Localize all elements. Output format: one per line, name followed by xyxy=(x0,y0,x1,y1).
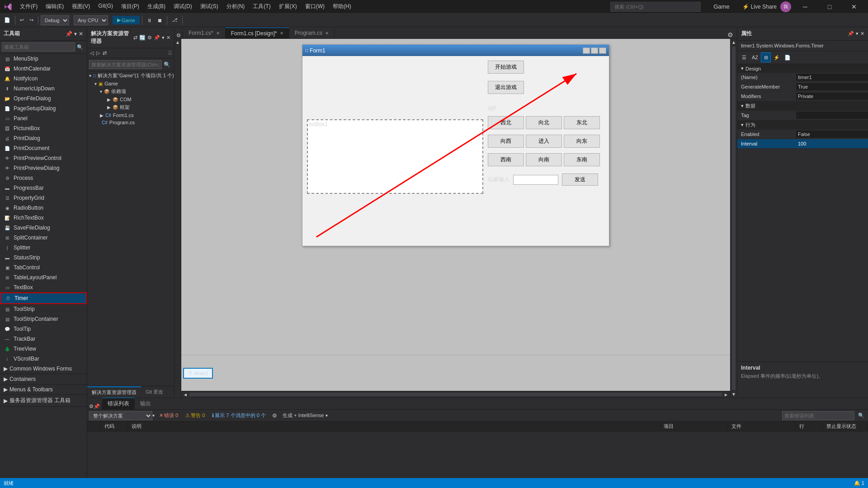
category-containers[interactable]: ▶ Containers xyxy=(0,374,87,385)
run-btn[interactable]: ▶ timer1 Game xyxy=(113,16,140,24)
com-item[interactable]: ▶ 📦 COM xyxy=(87,96,174,103)
error-badge[interactable]: ✕ 错误 0 xyxy=(156,411,181,420)
form1cs-tab-close[interactable]: ✕ xyxy=(216,31,220,36)
cpu-dropdown[interactable]: Any CPU xyxy=(74,15,108,25)
solution-search-input[interactable] xyxy=(89,60,162,69)
toolbox-item-menustrip[interactable]: ▤ MenuStrip xyxy=(0,54,87,64)
dropdown-arrow-icon[interactable]: ▾ xyxy=(152,413,155,418)
solution-pin-icon[interactable]: 📌 xyxy=(154,35,160,41)
southeast-btn[interactable]: 东南 xyxy=(564,153,600,166)
tab-form1cs[interactable]: Form1.cs* ✕ xyxy=(183,28,226,38)
tab-settings-icon[interactable]: ⚙ xyxy=(724,31,737,38)
bottom-settings-icon[interactable]: ⚙ xyxy=(89,404,94,409)
props-dropdown-icon[interactable]: ▾ xyxy=(856,31,859,37)
menu-file[interactable]: 文件(F) xyxy=(16,1,41,12)
menu-extensions[interactable]: 扩展(X) xyxy=(275,1,301,12)
form-maximize-btn[interactable]: □ xyxy=(591,47,598,54)
prop-categorized-btn[interactable]: ☰ xyxy=(739,52,749,62)
props-pin-icon[interactable]: 📌 xyxy=(848,31,854,37)
bottom-tab-output[interactable]: 输出 xyxy=(135,398,156,409)
programcs-item[interactable]: C# Program.cs xyxy=(87,119,174,126)
toolbox-item-monthcalendar[interactable]: 📅 MonthCalendar xyxy=(0,64,87,74)
designer-scroll-bottom[interactable]: ▼ xyxy=(731,391,737,398)
west-btn[interactable]: 向西 xyxy=(488,135,524,148)
designer-scroll-top[interactable]: ▲ xyxy=(731,39,737,46)
sol-toolbar-fwd[interactable]: ▷ xyxy=(95,49,101,57)
title-search-input[interactable] xyxy=(610,2,701,12)
toolbox-item-panel[interactable]: ▭ Panel xyxy=(0,113,87,123)
prop-proppage-btn[interactable]: 📄 xyxy=(783,52,793,62)
toolbox-search-icon[interactable]: 🔍 xyxy=(75,44,85,50)
stop-btn[interactable]: ⏹ xyxy=(155,16,165,24)
northwest-btn[interactable]: 西北 xyxy=(488,116,524,129)
category-menus-toolbars[interactable]: ▶ Menus & Toolbars xyxy=(0,385,87,395)
form-listbox[interactable]: listBox1 xyxy=(307,119,483,194)
solution-sync-icon[interactable]: ⇄ xyxy=(133,35,137,41)
minimize-button[interactable]: ─ xyxy=(795,0,816,14)
filter-dropdown[interactable]: 整个解决方案 xyxy=(89,411,152,420)
dependencies-item[interactable]: ▾ 📦 依赖项 xyxy=(87,87,174,96)
undo-btn[interactable]: ↩ xyxy=(18,16,26,24)
toolbox-item-timer[interactable]: ⏱ Timer xyxy=(0,292,87,304)
east-btn[interactable]: 向东 xyxy=(564,135,600,148)
prop-enabled-value[interactable]: False xyxy=(796,131,868,138)
properties-object-selector[interactable]: timer1 System.Windows.Forms.Timer xyxy=(737,41,868,51)
tab-programcs[interactable]: Program.cs ✕ xyxy=(289,28,335,38)
toolbox-item-trackbar[interactable]: — TrackBar xyxy=(0,334,87,344)
menu-test[interactable]: 测试(S) xyxy=(197,1,222,12)
toolbox-item-radiobutton[interactable]: ◉ RadioButton xyxy=(0,203,87,213)
warning-badge[interactable]: ⚠ 警告 0 xyxy=(183,411,208,420)
toolbox-item-openfiledialog[interactable]: 📂 OpenFileDialog xyxy=(0,94,87,103)
toolbox-item-progressbar[interactable]: ▬ ProgressBar xyxy=(0,183,87,193)
solution-search-icon[interactable]: 🔍 xyxy=(162,61,172,68)
prop-generatemember-value[interactable]: True xyxy=(796,83,868,90)
start-game-btn[interactable]: 开始游戏 xyxy=(488,61,524,74)
designer-scroll-up[interactable]: ▲ xyxy=(175,39,181,46)
toolbox-search-input[interactable] xyxy=(2,42,75,52)
toolbox-item-vscrollbar[interactable]: ↕ VScrollBar xyxy=(0,354,87,364)
design-category[interactable]: ▾ Design xyxy=(737,64,868,73)
prop-name-value[interactable]: timer1 xyxy=(796,74,868,81)
error-search-input[interactable] xyxy=(782,411,854,420)
filter-settings-icon[interactable]: ⚙ xyxy=(270,413,279,419)
toolbox-item-splitter[interactable]: | Splitter xyxy=(0,243,87,253)
prop-props-btn[interactable]: ⊞ xyxy=(761,52,771,62)
toolbox-close-icon[interactable]: ✕ xyxy=(79,31,83,37)
toolbox-item-tooltip[interactable]: 💬 ToolTip xyxy=(0,324,87,334)
toolbox-item-statusstrip[interactable]: ▬ StatusStrip xyxy=(0,253,87,263)
sol-tab-git-changes[interactable]: Git 更改 xyxy=(141,387,168,397)
form1-design-tab-close[interactable]: ✕ xyxy=(280,31,283,36)
pause-btn[interactable]: ⏸ xyxy=(145,16,154,24)
toolbox-item-treeview[interactable]: 🌲 TreeView xyxy=(0,344,87,354)
bottom-pin-icon[interactable]: 📌 xyxy=(94,404,100,409)
prop-events-btn[interactable]: ⚡ xyxy=(772,52,782,62)
menu-edit[interactable]: 编辑(E) xyxy=(42,1,67,12)
toolbox-item-toolstrip[interactable]: ▤ ToolStrip xyxy=(0,304,87,314)
toolbox-item-printpreviewdialog[interactable]: 👁 PrintPreviewDialog xyxy=(0,163,87,173)
toolbox-item-printdialog[interactable]: 🖨 PrintDialog xyxy=(0,133,87,143)
programcs-tab-close[interactable]: ✕ xyxy=(325,31,329,36)
menu-project[interactable]: 项目(P) xyxy=(118,1,143,12)
info-badge[interactable]: ℹ 展示 7 个消息中的 0 个 xyxy=(209,411,268,420)
category-server-explorer[interactable]: ▶ 服务器资源管理器 工具箱 xyxy=(0,395,87,407)
form1cs-item[interactable]: ▶ C# Form1.cs xyxy=(87,112,174,119)
toolbox-pin-icon[interactable]: 📌 xyxy=(66,31,72,37)
category-common-windows-forms[interactable]: ▶ Common Windows Forms xyxy=(0,364,87,374)
prop-alpha-btn[interactable]: AZ xyxy=(750,52,760,62)
toolbox-item-richtextbox[interactable]: 📝 RichTextBox xyxy=(0,213,87,223)
solution-root-item[interactable]: ▾ □ 解决方案"Game"(1 个项目/共 1 个) xyxy=(87,71,174,80)
project-item[interactable]: ▾ ▣ Game xyxy=(87,80,174,87)
prop-tag-value[interactable] xyxy=(796,112,868,119)
toolbox-item-process[interactable]: ⚙ Process xyxy=(0,173,87,183)
form-minimize-btn[interactable]: ─ xyxy=(583,47,590,54)
error-search-icon[interactable]: 🔍 xyxy=(856,413,866,418)
hscroll-right-btn[interactable]: ► xyxy=(722,392,730,397)
toolbox-item-pagesetupdialog[interactable]: 📄 PageSetupDialog xyxy=(0,103,87,113)
prop-modifiers-value[interactable]: Private xyxy=(796,93,868,100)
bottom-tab-errors[interactable]: 错误列表 xyxy=(102,398,135,409)
toolbox-item-printpreviewcontrol[interactable]: 👁 PrintPreviewControl xyxy=(0,153,87,163)
menu-help[interactable]: 帮助(H) xyxy=(329,1,355,12)
menu-tools[interactable]: 工具(T) xyxy=(249,1,274,12)
toolbox-item-tablelayoutpanel[interactable]: ⊞ TableLayoutPanel xyxy=(0,272,87,282)
toolbox-item-splitcontainer[interactable]: ⊞ SplitContainer xyxy=(0,233,87,243)
